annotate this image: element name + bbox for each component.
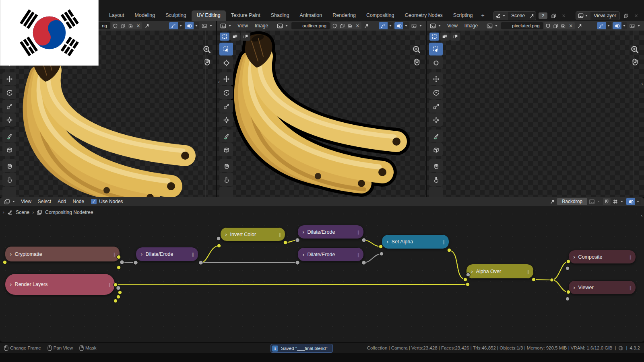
- panel-collapse-arrow[interactable]: ‹: [641, 80, 643, 86]
- expand-node-icon[interactable]: ›: [386, 239, 389, 245]
- panel-collapse-arrow[interactable]: ‹: [218, 79, 220, 85]
- region-border[interactable]: [415, 31, 415, 197]
- transform-tool-button[interactable]: [429, 113, 443, 126]
- expand-node-icon[interactable]: ›: [302, 229, 305, 235]
- gizmo-dropdown[interactable]: [180, 25, 182, 27]
- tab-layout[interactable]: Layout: [104, 10, 130, 21]
- unlink-image-icon[interactable]: ×: [354, 22, 361, 29]
- fake-user-icon[interactable]: [544, 22, 552, 29]
- pan-gizmo-icon[interactable]: [630, 57, 639, 67]
- pan-tool-button[interactable]: [429, 159, 443, 172]
- expand-node-icon[interactable]: ›: [573, 285, 576, 290]
- pack-image-icon[interactable]: [127, 22, 134, 29]
- view-mode-button[interactable]: [429, 33, 439, 41]
- expand-node-icon[interactable]: ›: [225, 232, 227, 237]
- node-dilate-erode-3[interactable]: › Dilate/Erode ‖: [297, 247, 364, 261]
- annotate-tool-button[interactable]: [219, 130, 233, 142]
- menu-add[interactable]: Add: [55, 197, 69, 206]
- fake-user-icon[interactable]: [111, 22, 119, 29]
- pin-icon[interactable]: [143, 22, 151, 29]
- expand-node-icon[interactable]: ›: [302, 252, 305, 257]
- paint-mode-button[interactable]: [440, 33, 450, 41]
- display-channels-icon[interactable]: [200, 22, 208, 29]
- tab-shading[interactable]: Shading: [266, 10, 295, 21]
- breadcrumb-scene[interactable]: Scene: [16, 210, 29, 215]
- tab-geometry-nodes[interactable]: Geometry Nodes: [399, 10, 448, 21]
- tab-sculpting[interactable]: Sculpting: [160, 10, 191, 21]
- move-tool-button[interactable]: [219, 72, 233, 85]
- copy-image-icon[interactable]: [119, 22, 127, 29]
- pin-icon[interactable]: [549, 198, 556, 205]
- node-viewer[interactable]: › Viewer ‖: [568, 280, 636, 294]
- browse-image-icon[interactable]: [486, 23, 500, 29]
- tab-scripting[interactable]: Scripting: [448, 10, 478, 21]
- overlay-dropdown[interactable]: [637, 201, 639, 202]
- transform-tool-button[interactable]: [2, 113, 16, 126]
- backdrop-button[interactable]: Backdrop: [557, 198, 587, 205]
- zoom-gizmo-icon[interactable]: [630, 45, 639, 55]
- display-channels-icon[interactable]: [628, 22, 636, 29]
- add-workspace-button[interactable]: +: [478, 10, 488, 21]
- new-scene-button[interactable]: [550, 12, 557, 19]
- editor-type-icon[interactable]: [219, 23, 233, 29]
- image-viewport-3[interactable]: ‹: [427, 31, 644, 197]
- pack-image-icon[interactable]: [346, 22, 354, 29]
- annotate-tool-button[interactable]: [429, 130, 443, 142]
- mask-mode-button[interactable]: [241, 33, 250, 41]
- node-set-alpha[interactable]: › Set Alpha ‖: [382, 234, 449, 249]
- sample-tool-button[interactable]: [429, 143, 443, 156]
- cursor-tool-button[interactable]: [219, 56, 233, 69]
- tab-modeling[interactable]: Modeling: [130, 10, 161, 21]
- rotate-tool-button[interactable]: [2, 86, 16, 99]
- pan-tool-button[interactable]: [219, 159, 233, 172]
- gizmo-toggle-icon[interactable]: [597, 22, 606, 29]
- use-nodes-checkbox[interactable]: ✓ Use Nodes: [91, 199, 123, 204]
- overlay-dropdown[interactable]: [195, 25, 198, 27]
- tab-uv-editing[interactable]: UV Editing: [192, 10, 226, 21]
- gizmo-toggle-icon[interactable]: [379, 22, 388, 29]
- menu-select[interactable]: Select: [35, 197, 54, 206]
- expand-node-icon[interactable]: ›: [471, 269, 473, 274]
- node-render-layers[interactable]: › Render Layers ‖: [5, 274, 115, 295]
- tab-rendering[interactable]: Rendering: [327, 10, 361, 21]
- overlay-toggle-icon[interactable]: [185, 22, 194, 29]
- sample-tool-button[interactable]: [219, 143, 233, 156]
- node-alpha-over[interactable]: › Alpha Over ‖: [466, 264, 534, 279]
- copy-image-icon[interactable]: [552, 22, 559, 29]
- expand-node-icon[interactable]: ›: [573, 254, 576, 260]
- rotate-tool-button[interactable]: [429, 86, 443, 99]
- snap-mode-icon[interactable]: [611, 199, 625, 205]
- viewlayer-selector[interactable]: ViewLayer: [576, 11, 620, 20]
- overlay-dropdown[interactable]: [405, 25, 407, 27]
- pan-tool-button[interactable]: [2, 159, 16, 172]
- node-dilate-erode-1[interactable]: › Dilate/Erode ‖: [136, 247, 198, 261]
- region-border[interactable]: [633, 31, 634, 197]
- expand-node-icon[interactable]: ›: [10, 282, 12, 287]
- menu-view[interactable]: View: [18, 197, 34, 206]
- node-composite[interactable]: › Composite ‖: [568, 250, 636, 264]
- menu-view[interactable]: View: [444, 21, 460, 31]
- tweak-tool-button[interactable]: [429, 43, 443, 56]
- node-invert-color[interactable]: › Invert Color ‖: [220, 227, 285, 241]
- expand-node-icon[interactable]: ›: [10, 251, 12, 257]
- menu-view[interactable]: View: [235, 21, 251, 31]
- copy-image-icon[interactable]: [339, 22, 346, 29]
- pack-image-icon[interactable]: [559, 22, 567, 29]
- tree-expand-arrow[interactable]: ›: [2, 209, 4, 215]
- touch-tool-button[interactable]: [429, 173, 443, 186]
- overlay-toggle-icon[interactable]: [613, 22, 621, 29]
- new-viewlayer-button[interactable]: [622, 12, 630, 19]
- gizmo-dropdown[interactable]: [607, 25, 610, 27]
- unlink-image-icon[interactable]: ×: [134, 22, 142, 29]
- move-tool-button[interactable]: [2, 72, 16, 85]
- region-border[interactable]: [205, 31, 206, 197]
- tab-compositing[interactable]: Compositing: [361, 10, 399, 21]
- gizmo-toggle-icon[interactable]: [169, 22, 178, 29]
- editor-type-icon[interactable]: [429, 23, 443, 29]
- scale-tool-button[interactable]: [219, 100, 233, 113]
- overlay-dropdown[interactable]: [623, 25, 625, 27]
- touch-tool-button[interactable]: [219, 173, 233, 186]
- channels-dropdown[interactable]: [210, 25, 212, 27]
- display-channels-icon[interactable]: [410, 22, 418, 29]
- menu-image[interactable]: Image: [462, 21, 481, 31]
